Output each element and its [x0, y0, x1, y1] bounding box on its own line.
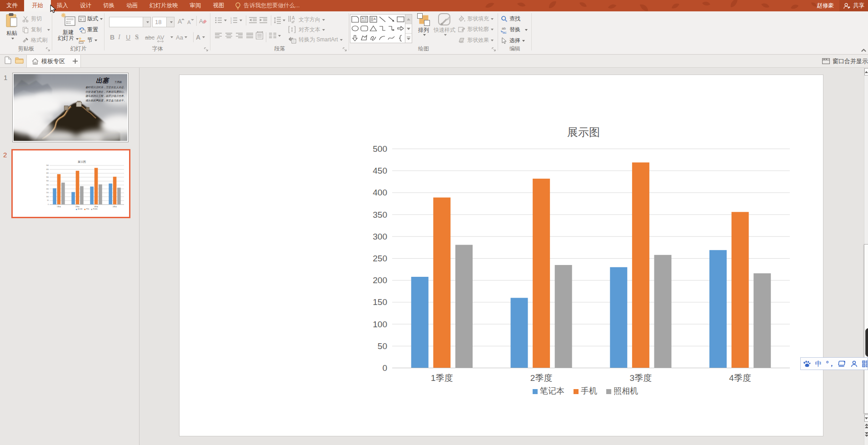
- ime-punctuation-toggle[interactable]: °，: [824, 360, 836, 368]
- slide1-thumbnail[interactable]: 出塞 王昌龄 秦时明月汉时关，万里长征人未还。 但使龙城飞将在，不教胡马度阴山。…: [12, 73, 129, 142]
- numbering-button[interactable]: 123: [230, 17, 242, 24]
- align-center-button[interactable]: [225, 33, 232, 39]
- scroll-down-button[interactable]: [864, 415, 868, 422]
- shape-gallery-more-button[interactable]: [405, 34, 412, 43]
- char-spacing-button[interactable]: AV: [157, 34, 170, 41]
- slide-editing-area[interactable]: 展示图0501001502002503003504004505001季度2季度3…: [179, 75, 823, 436]
- shape-rectangle[interactable]: [396, 15, 405, 24]
- shape-effects-button[interactable]: 形状效果: [458, 36, 494, 44]
- clipboard-dialog-launcher[interactable]: [45, 47, 51, 52]
- bold-button[interactable]: B: [110, 34, 118, 41]
- change-case-caret[interactable]: [185, 36, 187, 38]
- quick-styles-button[interactable]: 快速样式: [431, 13, 458, 36]
- shape-outline-caret[interactable]: [491, 29, 494, 30]
- align-right-button[interactable]: [236, 33, 243, 39]
- shape-freeform[interactable]: [359, 33, 369, 43]
- cut-button[interactable]: 剪切: [22, 15, 42, 23]
- tellme-box[interactable]: 告诉我您想要做什么...: [235, 0, 300, 11]
- text-shadow-button[interactable]: S: [135, 34, 145, 41]
- shape-left-brace[interactable]: [396, 33, 405, 43]
- ime-soft-keyboard-icon[interactable]: [836, 360, 848, 367]
- font-name-dropdown[interactable]: [143, 17, 150, 27]
- shape-line[interactable]: [378, 15, 387, 24]
- decrease-indent-button[interactable]: [249, 17, 257, 24]
- tab-home[interactable]: 开始: [24, 0, 51, 11]
- tab-slideshow[interactable]: 幻灯片放映: [144, 0, 184, 11]
- shape-snip-rectangle[interactable]: [350, 15, 359, 24]
- ime-logo-paw-icon[interactable]: [801, 360, 813, 367]
- grow-font-button[interactable]: A: [177, 17, 185, 25]
- replace-dropdown-caret[interactable]: [525, 29, 528, 31]
- new-document-icon[interactable]: [5, 56, 11, 66]
- new-tab-button[interactable]: [70, 55, 81, 67]
- section-dropdown-caret[interactable]: [95, 40, 97, 41]
- shape-fill-caret[interactable]: [491, 18, 494, 20]
- shape-right-arrow[interactable]: [396, 24, 405, 34]
- text-direction-caret[interactable]: [322, 19, 325, 21]
- columns-button[interactable]: [269, 33, 281, 39]
- drawing-dialog-launcher[interactable]: [491, 47, 497, 52]
- share-button[interactable]: 共享: [839, 0, 868, 11]
- font-color-caret[interactable]: [202, 36, 205, 38]
- shape-scribble[interactable]: [369, 33, 378, 43]
- slide2-thumbnail-selected[interactable]: 展示图0501001502002503003504004505001季度2季度3…: [11, 149, 130, 218]
- section-button[interactable]: 节: [78, 36, 97, 44]
- shape-rounded-rectangle[interactable]: [359, 24, 369, 34]
- text-direction-button[interactable]: A 文字方向: [288, 15, 325, 24]
- layout-dropdown-caret[interactable]: [100, 18, 103, 20]
- new-slide-button[interactable]: 新建 幻灯片: [58, 13, 79, 41]
- tab-animations[interactable]: 动画: [120, 0, 144, 11]
- font-name-combo[interactable]: [109, 17, 151, 27]
- paragraph-dialog-launcher[interactable]: [342, 47, 348, 52]
- tab-file[interactable]: 文件: [0, 0, 24, 11]
- tab-view[interactable]: 视图: [207, 0, 230, 11]
- collapse-ribbon-button[interactable]: [861, 48, 867, 52]
- shape-curve[interactable]: [387, 33, 396, 43]
- copy-dropdown-caret[interactable]: [47, 29, 50, 31]
- layout-button[interactable]: 版式: [78, 15, 103, 23]
- select-dropdown-caret[interactable]: [522, 40, 525, 42]
- line-spacing-button[interactable]: [274, 16, 285, 24]
- line-spacing-caret[interactable]: [283, 20, 285, 21]
- font-size-combo[interactable]: 18: [152, 17, 175, 27]
- italic-button[interactable]: I: [118, 34, 126, 41]
- shape-text-box[interactable]: A: [359, 15, 369, 24]
- shrink-font-button[interactable]: A: [187, 18, 194, 25]
- scroll-up-button[interactable]: [864, 68, 868, 75]
- arrange-dropdown-caret[interactable]: [423, 34, 426, 36]
- select-button[interactable]: 选择: [500, 37, 525, 45]
- find-button[interactable]: 查找: [500, 15, 520, 23]
- columns-caret[interactable]: [278, 35, 281, 37]
- document-tab-template-zone[interactable]: 模板专区: [26, 55, 70, 67]
- ime-docked-widget[interactable]: [865, 328, 868, 357]
- ime-mode-chinese[interactable]: 中: [813, 360, 824, 368]
- ime-menu-grid-icon[interactable]: [860, 360, 868, 367]
- strikethrough-button[interactable]: abc: [145, 34, 157, 41]
- distribute-button[interactable]: [256, 31, 264, 40]
- clear-formatting-button[interactable]: A: [199, 17, 207, 25]
- arrange-button[interactable]: 排列: [416, 13, 431, 36]
- shape-vertical-text-box[interactable]: A: [369, 15, 378, 24]
- open-folder-icon[interactable]: [15, 57, 24, 65]
- ime-user-icon[interactable]: [848, 360, 860, 367]
- numbering-caret[interactable]: [239, 20, 242, 21]
- shape-elbow-connector[interactable]: [378, 24, 387, 34]
- quick-styles-dropdown-caret[interactable]: [444, 34, 447, 36]
- shape-arrow-line[interactable]: [387, 15, 396, 24]
- tab-insert[interactable]: 插入: [51, 0, 74, 11]
- shape-gallery-down-button[interactable]: [405, 24, 412, 34]
- copy-button[interactable]: 复制: [22, 26, 50, 34]
- tab-design[interactable]: 设计: [74, 0, 97, 11]
- font-dialog-launcher[interactable]: [204, 47, 209, 52]
- user-name[interactable]: 赵修豪: [817, 2, 834, 10]
- shape-effects-caret[interactable]: [491, 40, 494, 41]
- smartart-caret[interactable]: [340, 39, 343, 41]
- reset-button[interactable]: 重置: [78, 26, 98, 34]
- replace-button[interactable]: abac 替换: [500, 26, 528, 34]
- tab-transitions[interactable]: 切换: [97, 0, 120, 11]
- increase-indent-button[interactable]: [259, 17, 267, 24]
- paste-dropdown-caret[interactable]: [11, 38, 14, 40]
- shape-elbow-arrow-connector[interactable]: [387, 24, 396, 34]
- justify-button[interactable]: [246, 33, 253, 39]
- align-left-button[interactable]: [215, 33, 222, 39]
